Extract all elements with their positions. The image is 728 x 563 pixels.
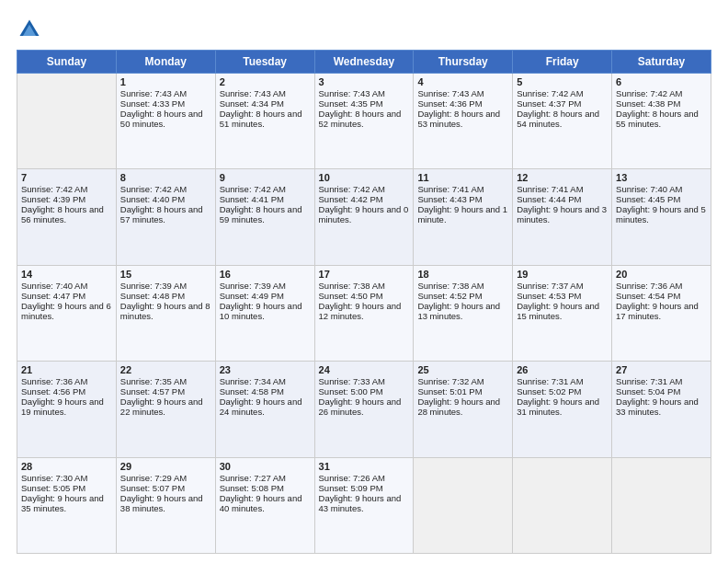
sunrise-text: Sunrise: 7:37 AM xyxy=(517,281,608,291)
sunset-text: Sunset: 4:47 PM xyxy=(21,291,112,301)
sunset-text: Sunset: 5:05 PM xyxy=(21,483,112,493)
calendar-week-5: 28Sunrise: 7:30 AMSunset: 5:05 PMDayligh… xyxy=(17,457,711,553)
day-number: 28 xyxy=(21,461,112,472)
calendar-week-4: 21Sunrise: 7:36 AMSunset: 4:56 PMDayligh… xyxy=(17,362,711,457)
sunset-text: Sunset: 4:54 PM xyxy=(616,291,707,301)
sunrise-text: Sunrise: 7:40 AM xyxy=(616,184,707,194)
daylight-text: Daylight: 9 hours and 43 minutes. xyxy=(319,493,410,513)
day-number: 7 xyxy=(21,172,112,183)
calendar-cell: 17Sunrise: 7:38 AMSunset: 4:50 PMDayligh… xyxy=(314,265,414,361)
sunset-text: Sunset: 4:36 PM xyxy=(417,98,508,109)
calendar-cell: 13Sunrise: 7:40 AMSunset: 4:45 PMDayligh… xyxy=(612,169,711,265)
sunrise-text: Sunrise: 7:30 AM xyxy=(21,473,112,483)
daylight-text: Daylight: 9 hours and 6 minutes. xyxy=(21,301,112,321)
day-header-sunday: Sunday xyxy=(17,51,117,74)
calendar-cell: 26Sunrise: 7:31 AMSunset: 5:02 PMDayligh… xyxy=(513,362,612,457)
day-number: 5 xyxy=(517,76,608,87)
header xyxy=(17,17,711,42)
calendar-week-2: 7Sunrise: 7:42 AMSunset: 4:39 PMDaylight… xyxy=(17,169,711,265)
calendar-cell: 27Sunrise: 7:31 AMSunset: 5:04 PMDayligh… xyxy=(612,362,711,457)
sunset-text: Sunset: 4:58 PM xyxy=(220,386,311,396)
day-number: 31 xyxy=(319,461,410,472)
day-header-tuesday: Tuesday xyxy=(215,51,314,74)
sunrise-text: Sunrise: 7:42 AM xyxy=(517,88,608,98)
sunset-text: Sunset: 5:04 PM xyxy=(616,386,707,396)
calendar-cell: 25Sunrise: 7:32 AMSunset: 5:01 PMDayligh… xyxy=(414,362,513,457)
calendar-cell: 5Sunrise: 7:42 AMSunset: 4:37 PMDaylight… xyxy=(513,74,612,169)
daylight-text: Daylight: 9 hours and 17 minutes. xyxy=(616,301,707,321)
calendar-table: SundayMondayTuesdayWednesdayThursdayFrid… xyxy=(17,50,711,554)
sunrise-text: Sunrise: 7:27 AM xyxy=(220,473,311,483)
sunset-text: Sunset: 4:42 PM xyxy=(319,194,410,204)
daylight-text: Daylight: 9 hours and 19 minutes. xyxy=(21,396,112,417)
calendar-cell: 16Sunrise: 7:39 AMSunset: 4:49 PMDayligh… xyxy=(215,265,314,361)
day-number: 19 xyxy=(517,269,608,280)
calendar-cell: 2Sunrise: 7:43 AMSunset: 4:34 PMDaylight… xyxy=(215,74,314,169)
day-number: 24 xyxy=(319,364,410,375)
sunset-text: Sunset: 4:50 PM xyxy=(319,291,410,301)
daylight-text: Daylight: 9 hours and 24 minutes. xyxy=(220,396,311,417)
daylight-text: Daylight: 8 hours and 53 minutes. xyxy=(417,109,508,129)
sunrise-text: Sunrise: 7:42 AM xyxy=(220,184,311,194)
calendar-cell: 1Sunrise: 7:43 AMSunset: 4:33 PMDaylight… xyxy=(116,74,215,169)
sunset-text: Sunset: 5:09 PM xyxy=(319,483,410,493)
calendar-cell: 18Sunrise: 7:38 AMSunset: 4:52 PMDayligh… xyxy=(414,265,513,361)
daylight-text: Daylight: 9 hours and 0 minutes. xyxy=(319,204,410,224)
sunset-text: Sunset: 4:48 PM xyxy=(120,291,211,301)
sunset-text: Sunset: 5:00 PM xyxy=(319,386,410,396)
calendar-cell: 10Sunrise: 7:42 AMSunset: 4:42 PMDayligh… xyxy=(314,169,414,265)
day-header-saturday: Saturday xyxy=(612,51,711,74)
sunrise-text: Sunrise: 7:38 AM xyxy=(319,281,410,291)
calendar-week-1: 1Sunrise: 7:43 AMSunset: 4:33 PMDaylight… xyxy=(17,74,711,169)
calendar-cell: 23Sunrise: 7:34 AMSunset: 4:58 PMDayligh… xyxy=(215,362,314,457)
day-number: 8 xyxy=(120,172,211,183)
day-number: 6 xyxy=(616,76,707,87)
day-number: 9 xyxy=(220,172,311,183)
calendar-cell: 15Sunrise: 7:39 AMSunset: 4:48 PMDayligh… xyxy=(116,265,215,361)
sunrise-text: Sunrise: 7:36 AM xyxy=(21,376,112,386)
daylight-text: Daylight: 9 hours and 15 minutes. xyxy=(517,301,608,321)
sunrise-text: Sunrise: 7:42 AM xyxy=(319,184,410,194)
day-number: 4 xyxy=(417,76,508,87)
sunrise-text: Sunrise: 7:43 AM xyxy=(120,88,211,98)
day-number: 25 xyxy=(417,364,508,375)
page: SundayMondayTuesdayWednesdayThursdayFrid… xyxy=(0,0,728,563)
daylight-text: Daylight: 9 hours and 13 minutes. xyxy=(417,301,508,321)
sunset-text: Sunset: 4:34 PM xyxy=(220,98,311,109)
day-number: 12 xyxy=(517,172,608,183)
calendar-cell: 4Sunrise: 7:43 AMSunset: 4:36 PMDaylight… xyxy=(414,74,513,169)
sunset-text: Sunset: 4:41 PM xyxy=(220,194,311,204)
daylight-text: Daylight: 8 hours and 55 minutes. xyxy=(616,109,707,129)
sunset-text: Sunset: 4:40 PM xyxy=(120,194,211,204)
daylight-text: Daylight: 9 hours and 33 minutes. xyxy=(616,396,707,417)
day-number: 16 xyxy=(220,269,311,280)
day-header-monday: Monday xyxy=(116,51,215,74)
sunset-text: Sunset: 5:08 PM xyxy=(220,483,311,493)
sunrise-text: Sunrise: 7:35 AM xyxy=(120,376,211,386)
sunset-text: Sunset: 5:02 PM xyxy=(517,386,608,396)
calendar-week-3: 14Sunrise: 7:40 AMSunset: 4:47 PMDayligh… xyxy=(17,265,711,361)
daylight-text: Daylight: 9 hours and 10 minutes. xyxy=(220,301,311,321)
day-number: 20 xyxy=(616,269,707,280)
calendar-cell: 8Sunrise: 7:42 AMSunset: 4:40 PMDaylight… xyxy=(116,169,215,265)
sunrise-text: Sunrise: 7:36 AM xyxy=(616,281,707,291)
calendar-cell: 31Sunrise: 7:26 AMSunset: 5:09 PMDayligh… xyxy=(314,457,414,553)
daylight-text: Daylight: 8 hours and 57 minutes. xyxy=(120,204,211,224)
calendar-cell: 3Sunrise: 7:43 AMSunset: 4:35 PMDaylight… xyxy=(314,74,414,169)
calendar-cell: 19Sunrise: 7:37 AMSunset: 4:53 PMDayligh… xyxy=(513,265,612,361)
sunset-text: Sunset: 4:33 PM xyxy=(120,98,211,109)
calendar-cell: 22Sunrise: 7:35 AMSunset: 4:57 PMDayligh… xyxy=(116,362,215,457)
calendar-cell: 24Sunrise: 7:33 AMSunset: 5:00 PMDayligh… xyxy=(314,362,414,457)
daylight-text: Daylight: 8 hours and 56 minutes. xyxy=(21,204,112,224)
sunrise-text: Sunrise: 7:38 AM xyxy=(417,281,508,291)
daylight-text: Daylight: 9 hours and 3 minutes. xyxy=(517,204,608,224)
sunset-text: Sunset: 4:35 PM xyxy=(319,98,410,109)
sunset-text: Sunset: 4:56 PM xyxy=(21,386,112,396)
sunrise-text: Sunrise: 7:33 AM xyxy=(319,376,410,386)
day-number: 14 xyxy=(21,269,112,280)
day-header-friday: Friday xyxy=(513,51,612,74)
sunrise-text: Sunrise: 7:31 AM xyxy=(517,376,608,386)
day-number: 26 xyxy=(517,364,608,375)
sunrise-text: Sunrise: 7:43 AM xyxy=(220,88,311,98)
calendar-cell xyxy=(612,457,711,553)
